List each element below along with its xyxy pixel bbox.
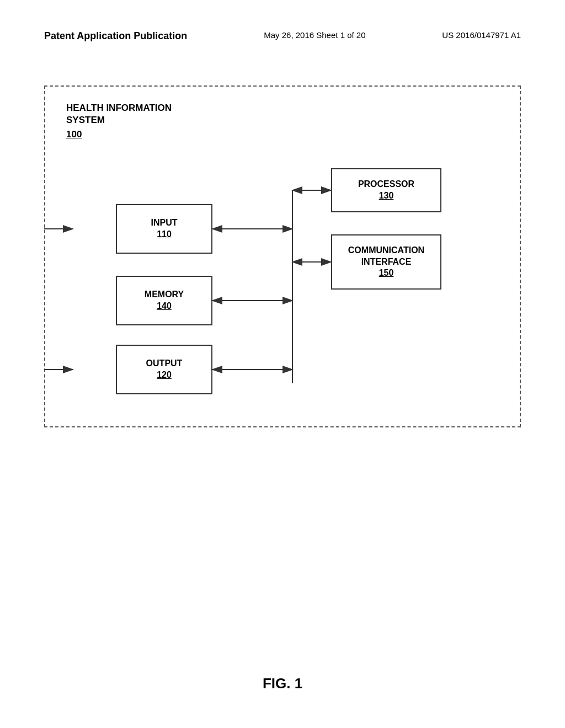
memory-box: MEMORY 140 — [116, 276, 212, 325]
output-box: OUTPUT 120 — [116, 345, 212, 394]
input-box: INPUT 110 — [116, 204, 212, 254]
diagram-area: HEALTH INFORMATION SYSTEM 100 INPUT 110 … — [44, 85, 521, 427]
sheet-info: May 26, 2016 Sheet 1 of 20 — [264, 30, 365, 40]
his-label: HEALTH INFORMATION SYSTEM 100 — [66, 102, 172, 141]
page: Patent Application Publication May 26, 2… — [0, 0, 565, 728]
publication-label: Patent Application Publication — [44, 30, 187, 42]
header: Patent Application Publication May 26, 2… — [44, 30, 521, 42]
patent-number: US 2016/0147971 A1 — [442, 30, 521, 40]
figure-label: FIG. 1 — [263, 675, 302, 692]
processor-box: PROCESSOR 130 — [331, 168, 441, 212]
comm-interface-box: COMMUNICATION INTERFACE 150 — [331, 234, 441, 290]
